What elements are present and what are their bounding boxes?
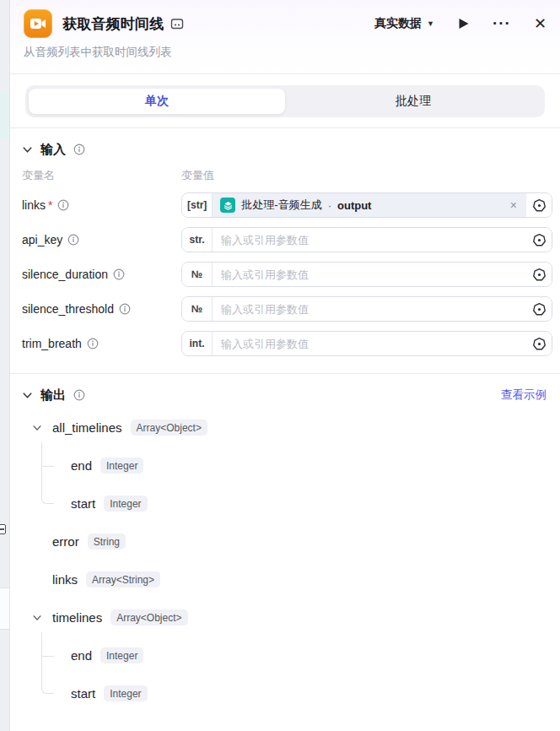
tree-row-error: error String — [22, 523, 547, 560]
run-mode-tabs: 单次 批处理 — [10, 74, 560, 128]
input-collapse-chevron[interactable] — [22, 144, 33, 155]
type-badge: int. — [182, 332, 213, 355]
reference-separator: · — [328, 199, 331, 212]
type-badge: № — [182, 263, 213, 286]
tree-row-all-timelines: all_timelines Array<Object> — [22, 409, 547, 447]
tree-chevron[interactable] — [32, 613, 42, 623]
node-subtitle: 从音频列表中获取时间线列表 — [24, 45, 547, 60]
reference-picker-button[interactable] — [526, 263, 552, 286]
param-name: silence_duration — [22, 268, 108, 281]
field-name: links — [52, 572, 78, 587]
param-row-silence-threshold: silence_threshold № — [22, 296, 552, 322]
output-section: 输出 查看示例 all_timelines Array<Object> — [10, 374, 560, 712]
reference-picker-button[interactable] — [526, 228, 552, 252]
param-value-input[interactable] — [213, 332, 526, 355]
tab-single[interactable]: 单次 — [29, 89, 285, 114]
param-row-api-key: api_key str. — [22, 227, 552, 252]
output-section-title: 输出 — [40, 387, 66, 403]
value-field-api-key: str. — [181, 227, 552, 252]
data-mode-select[interactable]: 真实数据 ▼ — [374, 16, 434, 31]
reference-chip[interactable]: 批处理-音频生成 · output × — [213, 193, 526, 217]
tree-row-end: end Integer — [22, 636, 547, 674]
column-variable-name: 变量名 — [22, 168, 181, 183]
input-section: 输入 变量名 变量值 links* [str] — [10, 128, 560, 374]
tree-row-start: start Integer — [22, 485, 547, 523]
required-asterisk: * — [48, 198, 52, 212]
info-icon[interactable] — [73, 389, 85, 401]
tree-row-start: start Integer — [22, 674, 547, 712]
reference-picker-button[interactable] — [526, 332, 552, 355]
tree-row-end: end Integer — [22, 447, 547, 485]
canvas-node-icon — [0, 524, 6, 534]
tree-row-timelines: timelines Array<Object> — [22, 598, 547, 636]
type-pill: Integer — [100, 458, 143, 474]
type-pill: Array<String> — [86, 571, 160, 588]
field-name: timelines — [52, 610, 102, 625]
data-mode-label: 真实数据 — [374, 16, 422, 31]
info-icon[interactable] — [113, 268, 125, 280]
field-name: error — [52, 534, 79, 549]
type-pill: Array<Object> — [110, 609, 187, 625]
input-section-title: 输入 — [40, 142, 66, 158]
value-field-trim-breath: int. — [181, 331, 552, 356]
field-name: start — [71, 686, 95, 701]
type-pill: String — [88, 533, 126, 550]
param-name: links — [22, 198, 46, 212]
type-badge: № — [182, 297, 213, 321]
output-collapse-chevron[interactable] — [22, 390, 33, 401]
type-pill: Array<Object> — [131, 420, 207, 436]
tree-row-links: links Array<String> — [22, 560, 547, 598]
node-title: 获取音频时间线 — [62, 14, 164, 34]
remove-reference-icon[interactable]: × — [509, 198, 519, 212]
more-button[interactable]: ··· — [493, 19, 511, 28]
play-icon — [457, 17, 470, 30]
view-example-link[interactable]: 查看示例 — [501, 387, 547, 403]
column-variable-value: 变量值 — [181, 168, 552, 183]
tree-children: end Integer start Integer — [22, 636, 547, 712]
param-row-links: links* [str] — [22, 192, 552, 218]
tree-connector — [41, 466, 54, 467]
type-pill: Integer — [104, 685, 147, 701]
info-icon[interactable] — [87, 338, 99, 349]
reference-field-name: output — [337, 199, 371, 212]
param-name: trim_breath — [22, 337, 82, 350]
video-node-icon — [24, 9, 52, 38]
type-badge: str. — [182, 228, 213, 252]
info-icon[interactable] — [73, 143, 85, 155]
tab-batch[interactable]: 批处理 — [285, 89, 541, 114]
tree-children: end Integer start Integer — [22, 447, 547, 523]
reference-node-name: 批处理-音频生成 — [241, 198, 321, 213]
info-icon[interactable] — [57, 199, 69, 211]
info-icon[interactable] — [67, 234, 79, 246]
workflow-canvas-strip — [0, 0, 9, 731]
canvas-artifact — [0, 91, 9, 138]
field-name: all_timelines — [52, 420, 122, 435]
layers-icon — [220, 198, 235, 213]
param-row-silence-duration: silence_duration № — [22, 262, 552, 287]
param-row-trim-breath: trim_breath int. — [22, 331, 552, 356]
type-pill: Integer — [100, 647, 143, 663]
value-field-links: [str] 批处理-音频生成 · output × — [181, 192, 552, 218]
type-pill: Integer — [104, 495, 147, 512]
panel: 获取音频时间线 真实数据 ▼ — [9, 0, 560, 731]
run-button[interactable] — [457, 17, 470, 30]
node-test-panel: 获取音频时间线 真实数据 ▼ — [0, 0, 560, 731]
type-badge: [str] — [182, 193, 213, 217]
chevron-down-icon: ▼ — [427, 19, 434, 28]
info-icon[interactable] — [119, 303, 131, 315]
param-value-input[interactable] — [213, 297, 526, 321]
panel-header: 获取音频时间线 真实数据 ▼ — [10, 0, 560, 74]
field-name: end — [71, 458, 92, 473]
tree-chevron[interactable] — [32, 423, 42, 433]
close-button[interactable]: ✕ — [534, 14, 547, 33]
reference-picker-button[interactable] — [526, 297, 552, 321]
reference-picker-button[interactable] — [526, 193, 552, 217]
tree-connector — [41, 656, 54, 657]
value-field-silence-duration: № — [181, 262, 552, 287]
tree-connector — [41, 632, 54, 694]
param-value-input[interactable] — [213, 263, 526, 286]
note-icon[interactable] — [170, 17, 184, 30]
param-name: silence_threshold — [22, 302, 114, 316]
field-name: end — [71, 648, 92, 663]
param-value-input[interactable] — [213, 228, 526, 252]
